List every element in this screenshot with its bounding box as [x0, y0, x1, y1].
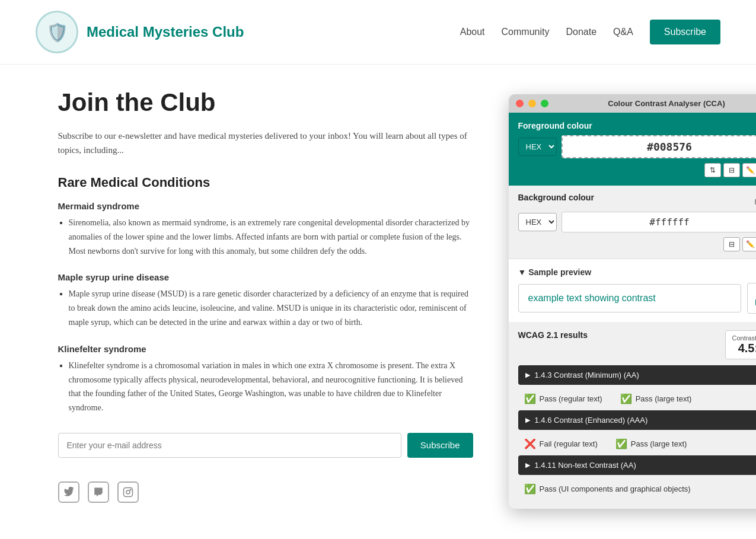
email-form: Subscribe — [58, 433, 473, 458]
navbar: 🛡️ Medical Mysteries Club About Communit… — [0, 0, 756, 65]
preview-chart-icon[interactable] — [747, 283, 757, 314]
contrast-ratio-box: Contrast ratio 4.5:1 — [725, 330, 756, 359]
cca-panel: Colour Contrast Analyser (CCA) Foregroun… — [509, 88, 757, 509]
criterion-146-result-1-text: Pass (large text) — [631, 439, 687, 448]
foreground-format-select[interactable]: HEX — [518, 138, 557, 156]
pass-icon-1: ✅ — [620, 393, 632, 404]
fail-icon-0: ❌ — [524, 438, 536, 449]
bg-eyedropper-button[interactable]: ✏️ — [742, 237, 757, 251]
background-toolbar: ⊟ ✏️ ? — [518, 237, 757, 251]
nav-donate[interactable]: Donate — [566, 27, 596, 37]
foreground-input-row: HEX — [518, 135, 757, 158]
instagram-icon[interactable] — [117, 481, 139, 503]
criterion-1411-arrow: ▶ — [525, 461, 530, 469]
background-label-row: Background colour (white) — [518, 193, 757, 207]
window-close-dot[interactable] — [516, 100, 524, 107]
wcag-header: WCAG 2.1 results Contrast ratio 4.5:1 — [518, 330, 757, 359]
criterion-146[interactable]: ▶ 1.4.6 Contrast (Enhanced) (AAA) — [518, 410, 757, 430]
foreground-hex-input[interactable] — [562, 135, 757, 158]
cca-titlebar: Colour Contrast Analyser (CCA) — [509, 94, 757, 113]
email-input[interactable] — [58, 433, 401, 458]
form-subscribe-button[interactable]: Subscribe — [407, 433, 473, 458]
main-content: Join the Club Subscribe to our e-newslet… — [23, 65, 734, 532]
criterion-143-result-0-text: Pass (regular text) — [540, 394, 602, 403]
criterion-1411[interactable]: ▶ 1.4.11 Non-text Contrast (AA) — [518, 455, 757, 475]
background-section: Background colour (white) HEX ⊟ ✏️ ? — [509, 186, 757, 259]
criterion-146-result-0-text: Fail (regular text) — [540, 439, 598, 448]
foreground-toolbar: ⇅ ⊟ ✏️ ? — [518, 163, 757, 177]
nav-qa[interactable]: Q&A — [613, 27, 633, 37]
section-title: Rare Medical Conditions — [58, 175, 473, 190]
pass-icon-3: ✅ — [524, 483, 536, 495]
condition-maple-title: Maple syrup urine disease — [58, 272, 473, 282]
fg-sliders-button[interactable]: ⊟ — [723, 163, 740, 177]
nav-links: About Community Donate Q&A Subscribe — [460, 20, 720, 44]
background-hex-input[interactable] — [562, 212, 757, 232]
contrast-ratio-value: 4.5:1 — [732, 342, 756, 355]
condition-maple: Maple syrup urine disease Maple syrup ur… — [58, 272, 473, 329]
criterion-146-arrow: ▶ — [525, 416, 530, 424]
bg-sliders-button[interactable]: ⊟ — [723, 237, 740, 251]
window-maximize-dot[interactable] — [541, 100, 548, 107]
criterion-1411-results: ✅ Pass (UI components and graphical obje… — [518, 479, 757, 500]
subscribe-button[interactable]: Subscribe — [650, 20, 720, 44]
criterion-143[interactable]: ▶ 1.4.3 Contrast (Minimum) (AA) — [518, 365, 757, 385]
contrast-ratio-label: Contrast ratio — [732, 334, 756, 342]
criterion-146-results: ❌ Fail (regular text) ✅ Pass (large text… — [518, 433, 757, 455]
criterion-143-label: 1.4.3 Contrast (Minimum) (AA) — [535, 371, 639, 379]
criterion-143-arrow: ▶ — [525, 371, 530, 379]
background-input-row: HEX — [518, 212, 757, 232]
pass-icon-0: ✅ — [524, 393, 536, 404]
sample-preview-row: example text showing contrast — [518, 283, 757, 314]
sample-preview-section: ▼ Sample preview example text showing co… — [509, 259, 757, 322]
nav-community[interactable]: Community — [502, 27, 550, 37]
page-title: Join the Club — [58, 88, 473, 117]
criterion-1411-result-0: ✅ Pass (UI components and graphical obje… — [524, 483, 691, 495]
condition-mermaid-desc: Sirenomelia, also known as mermaid syndr… — [69, 216, 473, 258]
svg-point-2 — [130, 489, 131, 490]
condition-klinefelter-desc: Klinefelter syndrome is a chromosomal va… — [69, 359, 473, 415]
condition-mermaid: Mermaid syndrome Sirenomelia, also known… — [58, 201, 473, 258]
page-description: Subscribe to our e-newsletter and have m… — [58, 129, 473, 157]
twitch-icon[interactable] — [88, 481, 109, 503]
wcag-results-section: WCAG 2.1 results Contrast ratio 4.5:1 ▶ … — [509, 322, 757, 509]
svg-point-1 — [126, 490, 130, 494]
criterion-146-result-1: ✅ Pass (large text) — [615, 438, 687, 449]
criterion-143-result-1-text: Pass (large text) — [636, 394, 692, 403]
criterion-143-result-1: ✅ Pass (large text) — [620, 393, 692, 404]
cca-window-title: Colour Contrast Analyser (CCA) — [553, 99, 757, 108]
wcag-title: WCAG 2.1 results — [518, 330, 588, 340]
brand: 🛡️ Medical Mysteries Club — [36, 11, 244, 53]
logo: 🛡️ — [36, 11, 78, 53]
preview-text: example text showing contrast — [528, 293, 656, 303]
condition-klinefelter: Klinefelter syndrome Klinefelter syndrom… — [58, 344, 473, 415]
criterion-146-label: 1.4.6 Contrast (Enhanced) (AAA) — [535, 416, 648, 425]
window-minimize-dot[interactable] — [528, 100, 536, 107]
sample-preview-label: ▼ Sample preview — [518, 267, 757, 277]
background-format-select[interactable]: HEX — [518, 213, 557, 231]
criterion-1411-result-0-text: Pass (UI components and graphical object… — [540, 484, 691, 493]
criterion-146-result-0: ❌ Fail (regular text) — [524, 438, 598, 449]
nav-about[interactable]: About — [460, 27, 485, 37]
preview-text-box: example text showing contrast — [518, 284, 741, 312]
social-icons — [58, 481, 473, 503]
background-label: Background colour — [518, 193, 594, 202]
fg-swap-button[interactable]: ⇅ — [704, 163, 721, 177]
foreground-section: Foreground colour HEX ⇅ ⊟ ✏️ ? — [509, 113, 757, 186]
criterion-143-result-0: ✅ Pass (regular text) — [524, 393, 602, 404]
foreground-label: Foreground colour — [518, 121, 757, 130]
fg-eyedropper-button[interactable]: ✏️ — [742, 163, 757, 177]
cca-window: Colour Contrast Analyser (CCA) Foregroun… — [509, 94, 757, 509]
twitter-icon[interactable] — [58, 481, 79, 503]
condition-mermaid-title: Mermaid syndrome — [58, 201, 473, 211]
brand-name: Medical Mysteries Club — [87, 24, 244, 40]
svg-rect-0 — [123, 487, 132, 496]
criterion-1411-label: 1.4.11 Non-text Contrast (AA) — [535, 461, 636, 470]
condition-maple-desc: Maple syrup urine disease (MSUD) is a ra… — [69, 287, 473, 329]
criterion-143-results: ✅ Pass (regular text) ✅ Pass (large text… — [518, 388, 757, 410]
left-column: Join the Club Subscribe to our e-newslet… — [58, 88, 473, 509]
condition-klinefelter-title: Klinefelter syndrome — [58, 344, 473, 354]
pass-icon-2: ✅ — [615, 438, 627, 449]
